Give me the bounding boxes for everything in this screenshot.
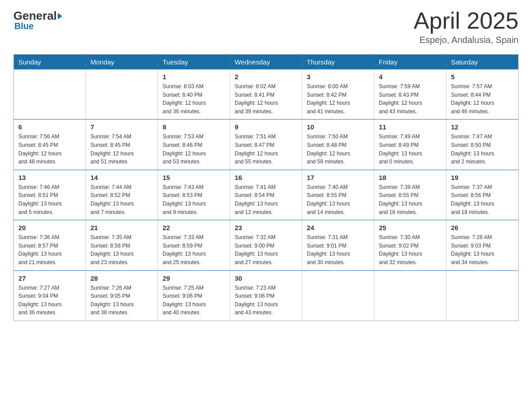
week-row-5: 27Sunrise: 7:27 AMSunset: 9:04 PMDayligh… [14,270,519,321]
day-info-17: Sunrise: 7:40 AMSunset: 8:55 PMDaylight:… [307,183,369,216]
day-info-22: Sunrise: 7:33 AMSunset: 8:59 PMDaylight:… [163,233,225,266]
day-number-20: 20 [18,224,81,231]
day-number-28: 28 [90,274,153,282]
day-info-3: Sunrise: 8:00 AMSunset: 8:42 PMDaylight:… [307,82,369,116]
header-saturday: Saturday [446,55,519,70]
day-cell-15: 15Sunrise: 7:43 AMSunset: 8:53 PMDayligh… [158,170,230,220]
day-number-24: 24 [307,224,369,231]
header-friday: Friday [374,55,446,70]
day-cell-1: 1Sunrise: 8:03 AMSunset: 8:40 PMDaylight… [158,69,230,120]
day-info-10: Sunrise: 7:50 AMSunset: 8:48 PMDaylight:… [307,133,369,166]
header-thursday: Thursday [302,55,374,70]
day-number-30: 30 [235,274,297,282]
day-cell-20: 20Sunrise: 7:36 AMSunset: 8:57 PMDayligh… [14,220,86,270]
location-title: Espejo, Andalusia, Spain [414,35,519,45]
day-info-8: Sunrise: 7:53 AMSunset: 8:46 PMDaylight:… [163,133,225,166]
logo: General Blue [13,9,63,31]
day-cell-13: 13Sunrise: 7:46 AMSunset: 8:51 PMDayligh… [14,170,86,220]
empty-cell [302,270,374,321]
day-info-23: Sunrise: 7:32 AMSunset: 9:00 PMDaylight:… [235,233,297,266]
logo-subtitle: Blue [14,21,34,31]
day-info-5: Sunrise: 7:57 AMSunset: 8:44 PMDaylight:… [451,82,514,116]
empty-cell [446,270,519,321]
day-cell-19: 19Sunrise: 7:37 AMSunset: 8:56 PMDayligh… [446,170,519,220]
day-info-14: Sunrise: 7:44 AMSunset: 8:52 PMDaylight:… [90,183,153,216]
empty-cell [86,69,158,120]
day-cell-2: 2Sunrise: 8:02 AMSunset: 8:41 PMDaylight… [230,69,302,120]
day-number-4: 4 [379,73,442,81]
day-cell-7: 7Sunrise: 7:54 AMSunset: 8:45 PMDaylight… [86,120,158,170]
day-cell-24: 24Sunrise: 7:31 AMSunset: 9:01 PMDayligh… [302,220,374,270]
day-info-12: Sunrise: 7:47 AMSunset: 8:50 PMDaylight:… [451,133,514,166]
day-cell-5: 5Sunrise: 7:57 AMSunset: 8:44 PMDaylight… [446,69,519,120]
day-cell-21: 21Sunrise: 7:35 AMSunset: 8:58 PMDayligh… [86,220,158,270]
day-cell-16: 16Sunrise: 7:41 AMSunset: 8:54 PMDayligh… [230,170,302,220]
day-info-4: Sunrise: 7:59 AMSunset: 8:43 PMDaylight:… [379,82,442,116]
week-row-2: 6Sunrise: 7:56 AMSunset: 8:45 PMDaylight… [14,120,519,170]
logo-arrow-icon [58,13,62,19]
day-info-1: Sunrise: 8:03 AMSunset: 8:40 PMDaylight:… [163,82,225,116]
page-header: General Blue April 2025 Espejo, Andalusi… [13,9,519,45]
day-cell-30: 30Sunrise: 7:23 AMSunset: 9:06 PMDayligh… [230,270,302,321]
title-block: April 2025 Espejo, Andalusia, Spain [414,9,519,45]
day-number-3: 3 [307,73,369,81]
day-cell-10: 10Sunrise: 7:50 AMSunset: 8:48 PMDayligh… [302,120,374,170]
day-number-17: 17 [307,174,369,181]
day-number-8: 8 [163,123,225,131]
day-number-10: 10 [307,123,369,131]
header-tuesday: Tuesday [158,55,230,70]
header-sunday: Sunday [14,55,86,70]
day-info-15: Sunrise: 7:43 AMSunset: 8:53 PMDaylight:… [163,183,225,216]
header-monday: Monday [86,55,158,70]
day-number-2: 2 [235,73,297,81]
day-info-21: Sunrise: 7:35 AMSunset: 8:58 PMDaylight:… [90,233,153,266]
week-row-1: 1Sunrise: 8:03 AMSunset: 8:40 PMDaylight… [14,69,519,120]
calendar-header-row: SundayMondayTuesdayWednesdayThursdayFrid… [14,55,519,70]
day-info-24: Sunrise: 7:31 AMSunset: 9:01 PMDaylight:… [307,233,369,266]
day-number-6: 6 [18,123,81,131]
day-cell-25: 25Sunrise: 7:30 AMSunset: 9:02 PMDayligh… [374,220,446,270]
day-cell-6: 6Sunrise: 7:56 AMSunset: 8:45 PMDaylight… [14,120,86,170]
day-cell-9: 9Sunrise: 7:51 AMSunset: 8:47 PMDaylight… [230,120,302,170]
day-info-27: Sunrise: 7:27 AMSunset: 9:04 PMDaylight:… [18,284,81,317]
day-info-18: Sunrise: 7:39 AMSunset: 8:55 PMDaylight:… [379,183,442,216]
day-number-25: 25 [379,224,442,231]
day-cell-27: 27Sunrise: 7:27 AMSunset: 9:04 PMDayligh… [14,270,86,321]
week-row-3: 13Sunrise: 7:46 AMSunset: 8:51 PMDayligh… [14,170,519,220]
day-number-22: 22 [163,224,225,231]
calendar-table: SundayMondayTuesdayWednesdayThursdayFrid… [13,54,519,321]
empty-cell [14,69,86,120]
day-info-16: Sunrise: 7:41 AMSunset: 8:54 PMDaylight:… [235,183,297,216]
day-info-2: Sunrise: 8:02 AMSunset: 8:41 PMDaylight:… [235,82,297,116]
day-info-29: Sunrise: 7:25 AMSunset: 9:06 PMDaylight:… [163,284,225,317]
day-number-18: 18 [379,174,442,181]
day-cell-28: 28Sunrise: 7:26 AMSunset: 9:05 PMDayligh… [86,270,158,321]
day-info-19: Sunrise: 7:37 AMSunset: 8:56 PMDaylight:… [451,183,514,216]
day-info-9: Sunrise: 7:51 AMSunset: 8:47 PMDaylight:… [235,133,297,166]
day-info-11: Sunrise: 7:49 AMSunset: 8:49 PMDaylight:… [379,133,442,166]
day-number-7: 7 [90,123,153,131]
day-cell-3: 3Sunrise: 8:00 AMSunset: 8:42 PMDaylight… [302,69,374,120]
month-title: April 2025 [414,9,519,32]
day-info-7: Sunrise: 7:54 AMSunset: 8:45 PMDaylight:… [90,133,153,166]
day-number-16: 16 [235,174,297,181]
day-cell-11: 11Sunrise: 7:49 AMSunset: 8:49 PMDayligh… [374,120,446,170]
day-cell-18: 18Sunrise: 7:39 AMSunset: 8:55 PMDayligh… [374,170,446,220]
day-cell-22: 22Sunrise: 7:33 AMSunset: 8:59 PMDayligh… [158,220,230,270]
day-cell-8: 8Sunrise: 7:53 AMSunset: 8:46 PMDaylight… [158,120,230,170]
day-number-29: 29 [163,274,225,282]
day-cell-26: 26Sunrise: 7:28 AMSunset: 9:03 PMDayligh… [446,220,519,270]
header-wednesday: Wednesday [230,55,302,70]
day-cell-23: 23Sunrise: 7:32 AMSunset: 9:00 PMDayligh… [230,220,302,270]
day-number-27: 27 [18,274,81,282]
day-number-26: 26 [451,224,514,231]
day-number-11: 11 [379,123,442,131]
day-number-12: 12 [451,123,514,131]
day-cell-12: 12Sunrise: 7:47 AMSunset: 8:50 PMDayligh… [446,120,519,170]
day-info-26: Sunrise: 7:28 AMSunset: 9:03 PMDaylight:… [451,233,514,266]
day-info-20: Sunrise: 7:36 AMSunset: 8:57 PMDaylight:… [18,233,81,266]
week-row-4: 20Sunrise: 7:36 AMSunset: 8:57 PMDayligh… [14,220,519,270]
empty-cell [374,270,446,321]
day-cell-29: 29Sunrise: 7:25 AMSunset: 9:06 PMDayligh… [158,270,230,321]
day-info-28: Sunrise: 7:26 AMSunset: 9:05 PMDaylight:… [90,284,153,317]
